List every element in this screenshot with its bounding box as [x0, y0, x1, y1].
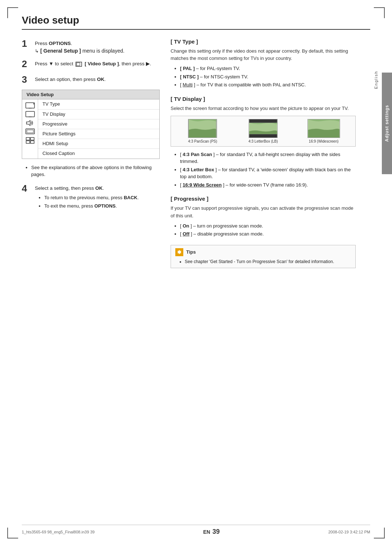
table-body: TV Type TV Display Progressive Picture S…	[22, 99, 159, 158]
tv-type-bullet-multi: [ Multi ] – for TV that is compatible wi…	[180, 81, 356, 89]
tv-display-images: 4:3 PanScan (PS)	[171, 116, 356, 147]
grid-icon	[24, 136, 36, 144]
progressive-title: [ Progressive ]	[171, 196, 356, 202]
svg-rect-8	[26, 129, 34, 134]
tv-thumb-letterbox-img	[249, 119, 278, 138]
english-label: English	[374, 71, 381, 89]
corner-bl	[7, 528, 18, 538]
tv-type-title: [ TV Type ]	[171, 38, 356, 45]
progressive-section: [ Progressive ] If your TV can support p…	[171, 196, 356, 237]
step-4-content: Select a setting, then press OK. To retu…	[35, 183, 160, 211]
tv-display-bullet-widescreen: [ 16:9 Wide Screen ] – for wide-screen T…	[180, 181, 356, 189]
tv-display-section: [ TV Display ] Select the screen format …	[171, 96, 356, 189]
screen-icon	[24, 128, 36, 136]
progressive-text: If your TV can support progressive signa…	[171, 205, 356, 219]
corner-br	[374, 528, 385, 538]
arrow-icon: ↳	[35, 48, 39, 54]
video-setup-table: Video Setup	[22, 90, 160, 159]
tv-thumb-letterbox-label: 4:3 LetterBox (LB)	[248, 139, 278, 143]
step-4-bullet-2: To exit the menu, press OPTIONS.	[44, 202, 160, 210]
menu-row-hdmi-setup: HDMI Setup	[38, 139, 159, 149]
tv-display-text: Select the screen format according to ho…	[171, 105, 356, 112]
corner-tl	[7, 7, 18, 18]
progressive-bullets: [ On ] – turn on progressive scan mode. …	[173, 222, 356, 238]
step-3: 3 Select an option, then press OK.	[22, 74, 160, 85]
tips-box: ✱ Tips See chapter 'Get Started - Turn o…	[171, 245, 356, 268]
svg-rect-11	[30, 138, 34, 140]
table-menu-col: TV Type TV Display Progressive Picture S…	[38, 99, 159, 158]
tv-type-bullets: [ PAL ] – for PAL-system TV. [ NTSC ] – …	[173, 65, 356, 89]
footer: 1_hts3565-69 98_eng5_Final808.in39 39 EN…	[22, 525, 370, 536]
step-2-number: 2	[22, 59, 35, 69]
svg-rect-1	[77, 63, 80, 66]
step3-bullets: See the explanations of the above option…	[25, 164, 160, 178]
step-2-content: Press ▼ to select [ Video Setup ], then …	[35, 59, 160, 67]
step-4: 4 Select a setting, then press OK. To re…	[22, 183, 160, 211]
step-3-number: 3	[22, 74, 35, 85]
table-icon-col	[22, 99, 38, 158]
svg-rect-12	[26, 141, 30, 143]
step-4-text: Select a setting, then press OK.	[35, 185, 160, 192]
tv-display-bullet-letterbox: [ 4:3 Letter Box ] – for standard TV, a …	[180, 166, 356, 180]
footer-en: EN	[203, 529, 210, 535]
svg-rect-10	[26, 138, 30, 140]
step-2: 2 Press ▼ to select [ Video Setup ], the…	[22, 59, 160, 69]
menu-row-closed-caption: Closed Caption	[38, 149, 159, 158]
step-1-content: Press OPTIONS. ↳ [ General Setup ] menu …	[35, 38, 160, 54]
tips-star-icon: ✱	[175, 248, 183, 256]
footer-right: 2008-02-19 3:42:12 PM	[328, 530, 370, 534]
tips-list: See chapter 'Get Started - Turn on Progr…	[178, 258, 351, 265]
tv-thumb-panscan-img	[188, 119, 217, 138]
adjust-settings-tab: Adjust settings	[382, 73, 392, 174]
tips-label: Tips	[186, 249, 196, 255]
menu-row-tv-display: TV Display	[38, 110, 159, 119]
tips-header: ✱ Tips	[175, 248, 351, 256]
tv-thumb-letterbox: 4:3 LetterBox (LB)	[234, 119, 292, 143]
step-1: 1 Press OPTIONS. ↳ [ General Setup ] men…	[22, 38, 160, 54]
menu-row-progressive: Progressive	[38, 119, 159, 129]
tv-type-section: [ TV Type ] Change this setting only if …	[171, 38, 356, 89]
tv-thumb-widescreen-label: 16:9 (Widescreen)	[309, 139, 339, 143]
tv-display-title: [ TV Display ]	[171, 96, 356, 102]
step3-bullet-1: See the explanations of the above option…	[31, 164, 160, 178]
table-header: Video Setup	[22, 90, 159, 99]
step-4-number: 4	[22, 183, 35, 194]
step-4-bullets: To return to the previous menu, press BA…	[38, 194, 160, 210]
tv-thumb-panscan-label: 4:3 PanScan (PS)	[188, 139, 217, 143]
svg-rect-5	[26, 111, 34, 117]
tv-type-text: Change this setting only if the video do…	[171, 48, 356, 62]
svg-rect-18	[249, 119, 277, 123]
tv-thumb-widescreen: 16:9 (Widescreen)	[295, 119, 352, 143]
step-1-indent-text: [ General Setup ] menu is displayed.	[40, 48, 124, 54]
svg-marker-7	[26, 120, 30, 126]
page-title: Video setup	[22, 15, 370, 30]
tv-type-bullet-ntsc: [ NTSC ] – for NTSC-system TV.	[180, 73, 356, 81]
footer-center: EN 39	[203, 528, 220, 536]
step-3-content: Select an option, then press OK.	[35, 74, 160, 83]
svg-point-4	[33, 103, 34, 105]
left-column: 1 Press OPTIONS. ↳ [ General Setup ] men…	[22, 38, 160, 268]
progressive-bullet-off: [ Off ] – disable progressive scan mode.	[180, 230, 356, 238]
progressive-bullet-on: [ On ] – turn on progressive scan mode.	[180, 222, 356, 230]
tv-thumb-widescreen-img	[307, 119, 340, 138]
footer-page: 39	[212, 528, 220, 536]
menu-row-picture-settings: Picture Settings	[38, 129, 159, 139]
step-1-indent: ↳ [ General Setup ] menu is displayed.	[35, 48, 160, 54]
step-3-text: Select an option, then press OK.	[35, 76, 160, 83]
tv-type-bullet-pal: [ PAL ] – for PAL-system TV.	[180, 65, 356, 72]
step-2-text: Press ▼ to select [ Video Setup ], then …	[35, 60, 160, 67]
svg-rect-2	[26, 103, 34, 108]
svg-rect-9	[27, 130, 33, 133]
tips-text: See chapter 'Get Started - Turn on Progr…	[185, 258, 351, 265]
svg-rect-13	[30, 141, 34, 143]
step-4-bullet-1: To return to the previous menu, press BA…	[44, 194, 160, 201]
page-container: Adjust settings English Video setup 1 Pr…	[0, 0, 392, 553]
right-column: [ TV Type ] Change this setting only if …	[171, 38, 370, 268]
main-content: 1 Press OPTIONS. ↳ [ General Setup ] men…	[22, 38, 370, 268]
footer-left: 1_hts3565-69 98_eng5_Final808.in39 39	[22, 530, 95, 534]
tv-display-bullets: [ 4:3 Pan Scan ] – for standard TV, a fu…	[173, 151, 356, 189]
adjust-settings-label: Adjust settings	[384, 105, 389, 142]
menu-row-tv-type: TV Type	[38, 99, 159, 109]
corner-tr	[374, 7, 385, 18]
tv-icon	[24, 102, 36, 110]
